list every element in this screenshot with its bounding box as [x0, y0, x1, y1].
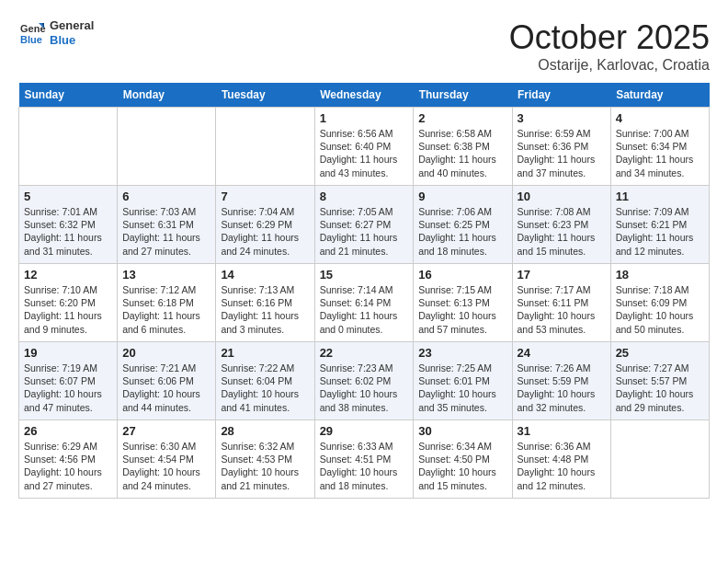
- day-number: 17: [518, 268, 606, 282]
- day-number: 19: [24, 346, 112, 360]
- svg-text:Blue: Blue: [20, 34, 42, 45]
- day-info: Sunrise: 6:56 AM Sunset: 6:40 PM Dayligh…: [320, 127, 409, 179]
- day-number: 2: [418, 111, 506, 125]
- day-number: 22: [320, 346, 409, 360]
- calendar-cell: 22Sunrise: 7:23 AM Sunset: 6:02 PM Dayli…: [314, 342, 414, 420]
- day-number: 5: [24, 190, 112, 203]
- day-info: Sunrise: 7:18 AM Sunset: 6:09 PM Dayligh…: [616, 283, 704, 336]
- weekday-header-cell: Tuesday: [216, 83, 314, 108]
- weekday-header-cell: Friday: [512, 83, 610, 108]
- day-info: Sunrise: 7:26 AM Sunset: 5:59 PM Dayligh…: [518, 362, 606, 414]
- day-number: 31: [518, 424, 606, 438]
- calendar-cell: 23Sunrise: 7:25 AM Sunset: 6:01 PM Dayli…: [414, 342, 512, 420]
- day-number: 6: [122, 190, 210, 203]
- day-info: Sunrise: 7:25 AM Sunset: 6:01 PM Dayligh…: [418, 362, 506, 414]
- day-number: 10: [518, 190, 606, 203]
- day-number: 9: [418, 190, 506, 203]
- day-number: 23: [418, 346, 506, 360]
- calendar-cell: 11Sunrise: 7:09 AM Sunset: 6:21 PM Dayli…: [610, 186, 709, 264]
- calendar-cell: 5Sunrise: 7:01 AM Sunset: 6:32 PM Daylig…: [19, 186, 118, 264]
- day-info: Sunrise: 6:36 AM Sunset: 4:48 PM Dayligh…: [518, 440, 606, 492]
- calendar-cell: 21Sunrise: 7:22 AM Sunset: 6:04 PM Dayli…: [216, 342, 314, 420]
- day-info: Sunrise: 6:33 AM Sunset: 4:51 PM Dayligh…: [320, 440, 409, 492]
- calendar-cell: 18Sunrise: 7:18 AM Sunset: 6:09 PM Dayli…: [610, 264, 709, 342]
- calendar-cell: 26Sunrise: 6:29 AM Sunset: 4:56 PM Dayli…: [19, 420, 118, 499]
- month-title: October 2025: [509, 18, 710, 57]
- day-number: 27: [122, 424, 210, 438]
- day-info: Sunrise: 7:10 AM Sunset: 6:20 PM Dayligh…: [24, 283, 112, 336]
- day-info: Sunrise: 7:15 AM Sunset: 6:13 PM Dayligh…: [418, 283, 506, 336]
- calendar-cell: 4Sunrise: 7:00 AM Sunset: 6:34 PM Daylig…: [610, 108, 709, 186]
- calendar-cell: 2Sunrise: 6:58 AM Sunset: 6:38 PM Daylig…: [414, 108, 512, 186]
- calendar-table: SundayMondayTuesdayWednesdayThursdayFrid…: [18, 83, 710, 499]
- calendar-cell: 3Sunrise: 6:59 AM Sunset: 6:36 PM Daylig…: [512, 108, 610, 186]
- day-number: 11: [616, 190, 704, 203]
- day-info: Sunrise: 7:27 AM Sunset: 5:57 PM Dayligh…: [616, 362, 704, 414]
- calendar-cell: [19, 108, 118, 186]
- day-number: 12: [24, 268, 112, 282]
- title-block: October 2025 Ostarije, Karlovac, Croatia: [509, 18, 710, 74]
- day-info: Sunrise: 6:32 AM Sunset: 4:53 PM Dayligh…: [221, 440, 309, 492]
- day-info: Sunrise: 7:13 AM Sunset: 6:16 PM Dayligh…: [221, 283, 309, 336]
- calendar-cell: 6Sunrise: 7:03 AM Sunset: 6:31 PM Daylig…: [118, 186, 216, 264]
- calendar-cell: 20Sunrise: 7:21 AM Sunset: 6:06 PM Dayli…: [118, 342, 216, 420]
- day-info: Sunrise: 7:03 AM Sunset: 6:31 PM Dayligh…: [122, 205, 210, 258]
- day-info: Sunrise: 6:30 AM Sunset: 4:54 PM Dayligh…: [122, 440, 210, 492]
- weekday-header-cell: Saturday: [610, 83, 709, 108]
- day-number: 29: [320, 424, 409, 438]
- day-info: Sunrise: 7:04 AM Sunset: 6:29 PM Dayligh…: [221, 205, 309, 258]
- calendar-week-row: 5Sunrise: 7:01 AM Sunset: 6:32 PM Daylig…: [19, 186, 710, 264]
- day-number: 24: [518, 346, 606, 360]
- day-info: Sunrise: 7:22 AM Sunset: 6:04 PM Dayligh…: [221, 362, 309, 414]
- calendar-cell: 17Sunrise: 7:17 AM Sunset: 6:11 PM Dayli…: [512, 264, 610, 342]
- weekday-header-cell: Wednesday: [314, 83, 414, 108]
- weekday-header-cell: Thursday: [414, 83, 512, 108]
- day-info: Sunrise: 7:21 AM Sunset: 6:06 PM Dayligh…: [122, 362, 210, 414]
- day-number: 7: [221, 190, 309, 203]
- day-number: 26: [24, 424, 112, 438]
- day-number: 18: [616, 268, 704, 282]
- calendar-cell: 27Sunrise: 6:30 AM Sunset: 4:54 PM Dayli…: [118, 420, 216, 499]
- weekday-header-cell: Monday: [118, 83, 216, 108]
- day-info: Sunrise: 7:01 AM Sunset: 6:32 PM Dayligh…: [24, 205, 112, 258]
- calendar-cell: 14Sunrise: 7:13 AM Sunset: 6:16 PM Dayli…: [216, 264, 314, 342]
- day-number: 21: [221, 346, 309, 360]
- day-info: Sunrise: 7:00 AM Sunset: 6:34 PM Dayligh…: [616, 127, 704, 179]
- calendar-cell: 24Sunrise: 7:26 AM Sunset: 5:59 PM Dayli…: [512, 342, 610, 420]
- day-number: 4: [616, 111, 704, 125]
- day-info: Sunrise: 7:23 AM Sunset: 6:02 PM Dayligh…: [320, 362, 409, 414]
- day-info: Sunrise: 6:34 AM Sunset: 4:50 PM Dayligh…: [418, 440, 506, 492]
- day-number: 30: [418, 424, 506, 438]
- day-info: Sunrise: 7:08 AM Sunset: 6:23 PM Dayligh…: [518, 205, 606, 258]
- calendar-cell: 1Sunrise: 6:56 AM Sunset: 6:40 PM Daylig…: [314, 108, 414, 186]
- calendar-cell: 13Sunrise: 7:12 AM Sunset: 6:18 PM Dayli…: [118, 264, 216, 342]
- day-info: Sunrise: 6:59 AM Sunset: 6:36 PM Dayligh…: [518, 127, 606, 179]
- calendar-cell: 8Sunrise: 7:05 AM Sunset: 6:27 PM Daylig…: [314, 186, 414, 264]
- day-info: Sunrise: 7:17 AM Sunset: 6:11 PM Dayligh…: [518, 283, 606, 336]
- calendar-body: 1Sunrise: 6:56 AM Sunset: 6:40 PM Daylig…: [19, 108, 710, 499]
- day-number: 25: [616, 346, 704, 360]
- calendar-cell: 15Sunrise: 7:14 AM Sunset: 6:14 PM Dayli…: [314, 264, 414, 342]
- calendar-cell: 31Sunrise: 6:36 AM Sunset: 4:48 PM Dayli…: [512, 420, 610, 499]
- day-info: Sunrise: 7:19 AM Sunset: 6:07 PM Dayligh…: [24, 362, 112, 414]
- logo-text: General Blue: [50, 18, 94, 47]
- day-number: 14: [221, 268, 309, 282]
- calendar-cell: 28Sunrise: 6:32 AM Sunset: 4:53 PM Dayli…: [216, 420, 314, 499]
- day-info: Sunrise: 6:29 AM Sunset: 4:56 PM Dayligh…: [24, 440, 112, 492]
- calendar-cell: 9Sunrise: 7:06 AM Sunset: 6:25 PM Daylig…: [414, 186, 512, 264]
- day-number: 28: [221, 424, 309, 438]
- logo-icon: General Blue: [18, 19, 46, 47]
- calendar-week-row: 1Sunrise: 6:56 AM Sunset: 6:40 PM Daylig…: [19, 108, 710, 186]
- day-info: Sunrise: 6:58 AM Sunset: 6:38 PM Dayligh…: [418, 127, 506, 179]
- calendar-cell: 30Sunrise: 6:34 AM Sunset: 4:50 PM Dayli…: [414, 420, 512, 499]
- calendar-week-row: 26Sunrise: 6:29 AM Sunset: 4:56 PM Dayli…: [19, 420, 710, 499]
- day-number: 8: [320, 190, 409, 203]
- day-info: Sunrise: 7:12 AM Sunset: 6:18 PM Dayligh…: [122, 283, 210, 336]
- day-number: 1: [320, 111, 409, 125]
- calendar-cell: 25Sunrise: 7:27 AM Sunset: 5:57 PM Dayli…: [610, 342, 709, 420]
- day-number: 13: [122, 268, 210, 282]
- weekday-header-cell: Sunday: [19, 83, 118, 108]
- calendar-cell: 7Sunrise: 7:04 AM Sunset: 6:29 PM Daylig…: [216, 186, 314, 264]
- calendar-cell: 29Sunrise: 6:33 AM Sunset: 4:51 PM Dayli…: [314, 420, 414, 499]
- calendar-cell: [216, 108, 314, 186]
